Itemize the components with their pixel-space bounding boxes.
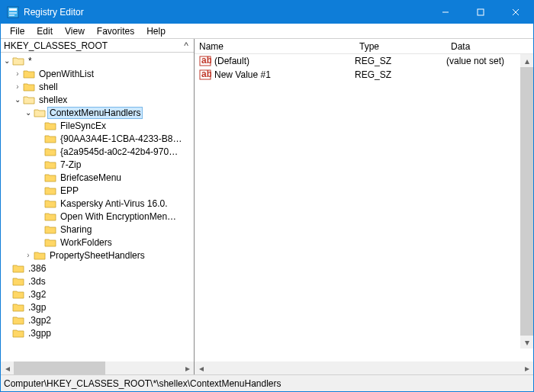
scroll-left-icon[interactable]: ◂: [195, 361, 207, 374]
tree-item-label: shellex: [37, 95, 69, 105]
value-name: New Value #1: [214, 69, 355, 80]
tree-item[interactable]: Open With EncryptionMen…: [2, 210, 194, 223]
scroll-up-icon[interactable]: ▴: [520, 54, 533, 67]
tree-header[interactable]: HKEY_CLASSES_ROOT ^: [1, 39, 194, 53]
tree-item[interactable]: .3gpp: [2, 326, 194, 339]
list-horizontal-scrollbar[interactable]: ◂ ▸: [195, 361, 533, 374]
tree-item-label: Sharing: [59, 224, 93, 235]
folder-icon: [44, 120, 56, 131]
tree-item[interactable]: FileSyncEx: [2, 119, 194, 132]
tree-item-label: ContextMenuHandlers: [48, 108, 142, 118]
tree-item[interactable]: BriefcaseMenu: [2, 171, 194, 184]
menu-favorites[interactable]: Favorites: [91, 24, 140, 38]
tree-item[interactable]: .3gp2: [2, 313, 194, 326]
expand-icon[interactable]: ›: [24, 251, 33, 259]
folder-icon: [23, 82, 35, 92]
folder-icon: [44, 146, 56, 157]
tree-item[interactable]: 7-Zip: [2, 158, 194, 171]
statusbar: Computer\HKEY_CLASSES_ROOT\*\shellex\Con…: [1, 374, 533, 391]
chevron-up-icon: ^: [182, 40, 191, 51]
list-row[interactable]: ab(Default)REG_SZ(value not set): [195, 54, 533, 68]
list-header: Name Type Data: [195, 39, 533, 54]
titlebar: Registry Editor: [1, 1, 533, 24]
collapse-icon[interactable]: ⌄: [24, 108, 33, 117]
tree-item-label: .3ds: [27, 276, 47, 287]
folder-icon: [34, 250, 46, 261]
tree-item[interactable]: Sharing: [2, 223, 194, 236]
tree-item-label: WorkFolders: [59, 237, 114, 248]
folder-icon: [12, 315, 24, 326]
value-name: (Default): [214, 56, 355, 66]
tree-item[interactable]: ⌄shellex: [2, 93, 194, 106]
tree-item[interactable]: {a2a9545d-a0c2-42b4-970…: [2, 145, 194, 158]
folder-icon: [44, 198, 56, 209]
values-panel: Name Type Data ab(Default)REG_SZ(value n…: [195, 39, 533, 374]
list-row[interactable]: abNew Value #1REG_SZ: [195, 68, 533, 82]
tree-item-label: BriefcaseMenu: [59, 172, 123, 183]
tree-item-label: *: [27, 56, 34, 66]
string-value-icon: ab: [199, 55, 211, 67]
expand-icon[interactable]: ›: [13, 69, 22, 78]
folder-icon: [44, 224, 56, 235]
scroll-right-icon[interactable]: ▸: [181, 361, 194, 374]
menubar: File Edit View Favorites Help: [1, 24, 533, 39]
folder-icon: [44, 159, 56, 170]
folder-icon: [44, 237, 56, 248]
tree-item-label: PropertySheetHandlers: [48, 250, 146, 261]
menu-view[interactable]: View: [59, 24, 91, 38]
tree-item-label: .3gp2: [27, 315, 53, 326]
tree-item-label: .3gp: [27, 302, 47, 313]
svg-rect-1: [9, 8, 17, 11]
folder-icon: [23, 69, 35, 79]
column-name[interactable]: Name: [195, 41, 355, 52]
tree[interactable]: ⌄*›OpenWithList›shell⌄shellex⌄ContextMen…: [1, 53, 194, 361]
tree-item[interactable]: Kaspersky Anti-Virus 16.0.: [2, 197, 194, 210]
tree-item[interactable]: ›OpenWithList: [2, 67, 194, 80]
tree-item-label: OpenWithList: [37, 69, 95, 79]
tree-item[interactable]: .386: [2, 262, 194, 275]
tree-item[interactable]: EPP: [2, 184, 194, 197]
folder-icon: [44, 185, 56, 196]
close-button[interactable]: [498, 1, 533, 24]
menu-file[interactable]: File: [4, 24, 31, 38]
maximize-button[interactable]: [463, 1, 498, 24]
collapse-icon[interactable]: ⌄: [2, 56, 11, 65]
tree-item-label: {90AA3A4E-1CBA-4233-B8…: [59, 133, 183, 144]
tree-item-label: Open With EncryptionMen…: [59, 211, 178, 222]
tree-item[interactable]: .3gp: [2, 300, 194, 313]
folder-icon: [44, 172, 56, 183]
tree-item[interactable]: ⌄*: [2, 54, 194, 67]
expand-icon[interactable]: ›: [13, 82, 22, 91]
value-type: REG_SZ: [355, 56, 446, 66]
tree-panel: HKEY_CLASSES_ROOT ^ ⌄*›OpenWithList›shel…: [1, 39, 195, 374]
tree-item[interactable]: {90AA3A4E-1CBA-4233-B8…: [2, 132, 194, 145]
svg-rect-2: [9, 12, 17, 14]
folder-icon: [44, 211, 56, 222]
tree-item-label: .3g2: [27, 289, 47, 300]
column-data[interactable]: Data: [446, 41, 533, 52]
folder-icon: [23, 95, 35, 105]
tree-item-label: Kaspersky Anti-Virus 16.0.: [59, 198, 169, 209]
minimize-button[interactable]: [428, 1, 463, 24]
tree-horizontal-scrollbar[interactable]: ◂ ▸: [1, 361, 194, 374]
menu-help[interactable]: Help: [140, 24, 172, 38]
tree-item[interactable]: ›shell: [2, 80, 194, 93]
tree-item[interactable]: WorkFolders: [2, 236, 194, 249]
svg-rect-3: [9, 14, 14, 16]
tree-item-label: 7-Zip: [59, 159, 82, 170]
tree-item[interactable]: .3g2: [2, 288, 194, 300]
scroll-right-icon[interactable]: ▸: [520, 361, 533, 374]
tree-item[interactable]: ›PropertySheetHandlers: [2, 249, 194, 262]
column-type[interactable]: Type: [355, 41, 446, 52]
tree-item-label: shell: [37, 82, 60, 92]
menu-edit[interactable]: Edit: [31, 24, 59, 38]
tree-item-label: .386: [27, 263, 47, 274]
scroll-down-icon[interactable]: ▾: [520, 336, 533, 349]
tree-item[interactable]: ⌄ContextMenuHandlers: [2, 106, 194, 119]
list-vertical-scrollbar[interactable]: ▴ ▾: [520, 54, 533, 349]
collapse-icon[interactable]: ⌄: [13, 95, 22, 104]
folder-icon: [12, 263, 24, 274]
tree-item[interactable]: .3ds: [2, 275, 194, 288]
scroll-left-icon[interactable]: ◂: [1, 361, 14, 374]
list-body[interactable]: ab(Default)REG_SZ(value not set)abNew Va…: [195, 54, 533, 361]
